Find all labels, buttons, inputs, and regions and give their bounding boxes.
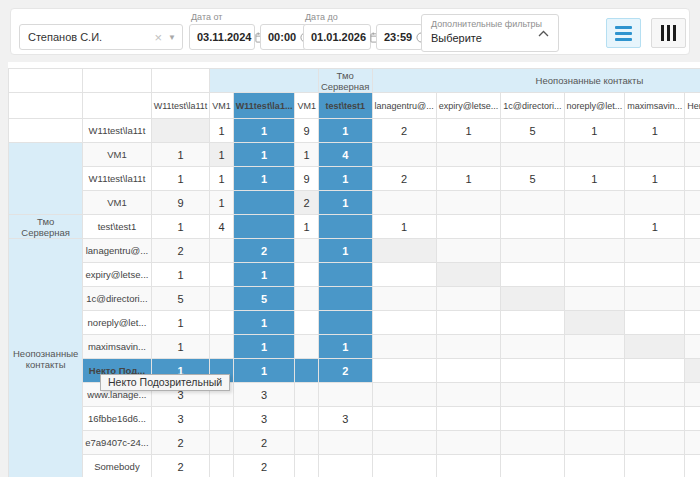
matrix-cell[interactable]: 3	[318, 407, 372, 431]
matrix-cell[interactable]	[318, 311, 372, 335]
matrix-cell[interactable]: 4	[210, 215, 234, 239]
matrix-cell[interactable]: 2	[151, 239, 210, 263]
col-header[interactable]: 1c@directori...	[501, 93, 564, 119]
col-header[interactable]: Некто Подо...	[685, 93, 700, 119]
row-header[interactable]: maximsavin...	[83, 335, 151, 359]
row-header[interactable]: 16fbbe16d6...	[83, 407, 151, 431]
matrix-cell[interactable]	[210, 431, 234, 455]
matrix-cell[interactable]	[318, 215, 372, 239]
col-header[interactable]: expiry@letse...	[436, 93, 501, 119]
matrix-cell[interactable]	[372, 143, 436, 167]
matrix-cell[interactable]	[233, 191, 295, 215]
matrix-cell[interactable]: 9	[151, 191, 210, 215]
matrix-cell[interactable]	[372, 239, 436, 263]
matrix-cell[interactable]: 5	[501, 167, 564, 191]
matrix-cell[interactable]	[372, 263, 436, 287]
matrix-cell[interactable]	[233, 215, 295, 239]
matrix-cell[interactable]	[564, 263, 625, 287]
matrix-cell[interactable]	[318, 455, 372, 477]
matrix-cell[interactable]: 1	[151, 215, 210, 239]
matrix-cell[interactable]	[436, 455, 501, 477]
col-header[interactable]: lanagentru@...	[372, 93, 436, 119]
matrix-cell[interactable]	[685, 311, 700, 335]
matrix-cell[interactable]	[210, 455, 234, 477]
matrix-cell[interactable]	[625, 359, 685, 383]
matrix-cell[interactable]	[436, 311, 501, 335]
matrix-cell[interactable]	[625, 143, 685, 167]
matrix-cell[interactable]	[436, 143, 501, 167]
row-header[interactable]: e7a9407c-24...	[83, 431, 151, 455]
matrix-cell[interactable]	[436, 407, 501, 431]
matrix-cell[interactable]	[501, 143, 564, 167]
matrix-cell[interactable]: 3	[233, 407, 295, 431]
col-header[interactable]: noreply@let...	[564, 93, 625, 119]
matrix-cell[interactable]	[295, 239, 319, 263]
col-header[interactable]: test\test1	[318, 93, 372, 119]
col-header[interactable]: maximsavin...	[625, 93, 685, 119]
matrix-cell[interactable]	[501, 407, 564, 431]
matrix-cell[interactable]	[564, 239, 625, 263]
list-view-button[interactable]	[606, 18, 641, 48]
matrix-cell[interactable]	[564, 143, 625, 167]
matrix-cell[interactable]: 1	[233, 143, 295, 167]
matrix-cell[interactable]: 1	[295, 215, 319, 239]
matrix-cell[interactable]	[564, 311, 625, 335]
matrix-cell[interactable]	[295, 311, 319, 335]
matrix-cell[interactable]	[151, 119, 210, 143]
matrix-cell[interactable]	[501, 359, 564, 383]
matrix-cell[interactable]	[318, 263, 372, 287]
matrix-cell[interactable]	[318, 431, 372, 455]
matrix-cell[interactable]	[372, 407, 436, 431]
extra-filters-dropdown[interactable]: Дополнительные фильтры Выберите	[421, 14, 559, 52]
matrix-cell[interactable]	[564, 407, 625, 431]
matrix-cell[interactable]	[625, 455, 685, 477]
matrix-cell[interactable]	[372, 191, 436, 215]
chevron-up-icon[interactable]	[538, 30, 549, 37]
matrix-cell[interactable]: 1	[233, 263, 295, 287]
matrix-cell[interactable]: 3	[151, 407, 210, 431]
matrix-cell[interactable]: 1	[436, 119, 501, 143]
matrix-cell[interactable]	[501, 191, 564, 215]
matrix-cell[interactable]	[295, 335, 319, 359]
matrix-cell[interactable]	[501, 287, 564, 311]
matrix-cell[interactable]: 1	[436, 167, 501, 191]
matrix-cell[interactable]	[436, 191, 501, 215]
matrix-cell[interactable]	[501, 263, 564, 287]
matrix-cell[interactable]	[372, 431, 436, 455]
matrix-cell[interactable]: 2	[295, 191, 319, 215]
row-header[interactable]: noreply@let...	[83, 311, 151, 335]
matrix-cell[interactable]	[372, 287, 436, 311]
row-header[interactable]: Somebody	[83, 455, 151, 477]
matrix-cell[interactable]: 2	[233, 455, 295, 477]
matrix-cell[interactable]	[318, 287, 372, 311]
matrix-cell[interactable]: 1	[625, 215, 685, 239]
matrix-cell[interactable]: 1	[318, 335, 372, 359]
matrix-cell[interactable]	[436, 383, 501, 407]
matrix-cell[interactable]: 1	[210, 191, 234, 215]
matrix-cell[interactable]	[295, 431, 319, 455]
date-to-input[interactable]: 01.01.2026	[303, 24, 371, 50]
matrix-cell[interactable]: 9	[295, 119, 319, 143]
user-filter-select[interactable]: Степанов С.И. × ▼	[19, 24, 183, 50]
matrix-cell[interactable]	[685, 239, 700, 263]
matrix-cell[interactable]	[625, 311, 685, 335]
matrix-cell[interactable]	[436, 359, 501, 383]
matrix-cell[interactable]	[625, 263, 685, 287]
matrix-cell[interactable]	[685, 359, 700, 383]
matrix-cell[interactable]: 1	[151, 167, 210, 191]
matrix-cell[interactable]: 1	[318, 191, 372, 215]
matrix-cell[interactable]: 4	[318, 143, 372, 167]
matrix-cell[interactable]: 1	[151, 335, 210, 359]
matrix-cell[interactable]	[372, 311, 436, 335]
matrix-cell[interactable]	[295, 287, 319, 311]
matrix-cell[interactable]	[685, 287, 700, 311]
matrix-cell[interactable]: 1	[625, 119, 685, 143]
matrix-cell[interactable]	[295, 263, 319, 287]
matrix-cell[interactable]: 1	[233, 167, 295, 191]
matrix-cell[interactable]	[372, 383, 436, 407]
matrix-cell[interactable]	[372, 335, 436, 359]
matrix-cell[interactable]	[295, 383, 319, 407]
matrix-cell[interactable]	[501, 311, 564, 335]
matrix-cell[interactable]: 1	[233, 335, 295, 359]
matrix-cell[interactable]	[685, 407, 700, 431]
